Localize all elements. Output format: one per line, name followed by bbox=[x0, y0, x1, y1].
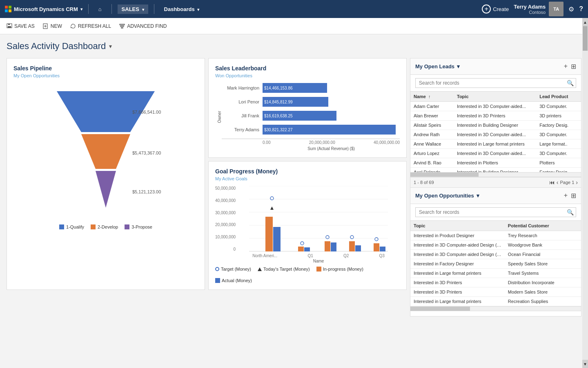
leads-table-head: Name ↑ Topic Lead Product bbox=[410, 92, 581, 102]
leads-col-product[interactable]: Lead Product bbox=[536, 92, 581, 102]
opps-row-1[interactable]: Interested in Product DesignerTrey Resea… bbox=[410, 231, 581, 240]
refresh-all-button[interactable]: REFRESH ALL bbox=[70, 23, 111, 29]
opp-customer-2: Woodgrove Bank bbox=[505, 240, 581, 249]
leads-row-8[interactable]: Axel DelgadoInterested in Building Desig… bbox=[410, 168, 581, 173]
opps-table-head: Topic Potential Customer bbox=[410, 221, 581, 231]
y-30m: 30,000,000 bbox=[215, 211, 236, 215]
leads-panel-header: My Open Leads ▾ + ⊞ bbox=[410, 58, 581, 75]
leads-scroll-bar[interactable] bbox=[410, 172, 581, 177]
bar-value-3: $16,619,638.25 bbox=[263, 114, 293, 118]
bar-fill-3: $16,619,638.25 bbox=[263, 111, 336, 121]
opp-topic-3: Interested in 3D Computer-aided Design (… bbox=[410, 249, 505, 259]
brand[interactable]: Microsoft Dynamics CRM ▾ bbox=[5, 6, 82, 12]
nav-right: + Create Terry Adams Contoso TA ⚙ ? bbox=[482, 2, 583, 16]
opps-row-7[interactable]: Interested in 3D PrintersModern Sales St… bbox=[410, 287, 581, 296]
svg-rect-1 bbox=[8, 26, 11, 28]
leads-add-button[interactable]: + bbox=[564, 63, 568, 70]
page-content: Sales Activity Dashboard ▾ Sales Pipelin… bbox=[0, 34, 588, 316]
leads-prev-page-icon[interactable]: ‹ bbox=[557, 179, 559, 186]
opp-customer-6: Distribution Incorporate bbox=[505, 278, 581, 287]
leads-row-7[interactable]: Arvind B. RaoInterested in PlottersPlott… bbox=[410, 158, 581, 168]
leads-search-wrapper: 🔍 bbox=[415, 78, 576, 88]
lead-topic-3: Interested in Building Designer bbox=[454, 121, 536, 130]
leads-grid-icon[interactable]: ⊞ bbox=[571, 63, 576, 70]
user-text: Terry Adams Contoso bbox=[514, 4, 546, 15]
bar-row-3: Jill Frank $16,619,638.25 bbox=[222, 111, 400, 121]
bar-fill-4: $30,821,322.27 bbox=[263, 125, 396, 135]
center-column: Sales Leaderboard Won Opportunities Owne… bbox=[208, 58, 407, 290]
nav-dashboards[interactable]: Dashboards ▾ bbox=[160, 4, 204, 14]
leads-header-row: Name ↑ Topic Lead Product bbox=[410, 92, 581, 102]
opps-table-body: Interested in Product DesignerTrey Resea… bbox=[410, 231, 581, 306]
svg-marker-24 bbox=[270, 206, 274, 210]
leads-col-name[interactable]: Name ↑ bbox=[410, 92, 454, 102]
opps-search-row: 🔍 bbox=[410, 204, 581, 221]
svg-rect-2 bbox=[8, 24, 10, 25]
opps-scroll-bar[interactable] bbox=[410, 306, 581, 311]
opp-topic-4: Interested in Factory Designer bbox=[410, 259, 505, 268]
sales-pipeline-card: Sales Pipeline My Open Opportunities $7,… bbox=[7, 58, 205, 290]
my-open-leads-panel: My Open Leads ▾ + ⊞ 🔍 bbox=[410, 58, 581, 187]
opps-grid-icon[interactable]: ⊞ bbox=[571, 192, 576, 200]
avatar: TA bbox=[549, 2, 564, 16]
bar-fill-1: $14,466,153.86 bbox=[263, 83, 327, 93]
lead-name-8: Axel Delgado bbox=[410, 168, 454, 173]
leads-col-topic[interactable]: Topic bbox=[454, 92, 536, 102]
advanced-find-button[interactable]: ADVANCED FIND bbox=[119, 23, 167, 29]
advanced-find-label: ADVANCED FIND bbox=[127, 23, 167, 29]
advanced-find-icon bbox=[119, 23, 125, 29]
opps-table-container[interactable]: Topic Potential Customer Interested in P… bbox=[410, 221, 581, 306]
lead-product-1: 3D Computer. bbox=[536, 102, 581, 111]
leads-row-2[interactable]: Alan BrewerInterested in 3D Printers3D p… bbox=[410, 111, 581, 121]
scroll-up-button[interactable]: ▲ bbox=[582, 18, 588, 26]
legend-develop: 2-Develop bbox=[91, 224, 118, 229]
new-button[interactable]: NEW bbox=[43, 23, 62, 29]
leads-row-5[interactable]: Anne WallaceInterested in Large format p… bbox=[410, 139, 581, 149]
svg-rect-8 bbox=[121, 27, 123, 28]
nav-home-icon[interactable]: ⌂ bbox=[94, 4, 106, 14]
opps-search-input[interactable] bbox=[415, 207, 576, 217]
settings-icon[interactable]: ⚙ bbox=[568, 5, 574, 13]
opps-row-6[interactable]: Interested in 3D PrintersDistribution In… bbox=[410, 278, 581, 287]
help-icon[interactable]: ? bbox=[579, 5, 583, 13]
opp-customer-5: Travel Systems bbox=[505, 268, 581, 278]
leads-row-6[interactable]: Arturo LopezInterested in 3D Computer-ai… bbox=[410, 149, 581, 158]
page-title-dropdown-icon[interactable]: ▾ bbox=[109, 43, 112, 49]
bar-fill-2: $14,845,812.99 bbox=[263, 97, 328, 107]
opps-col-customer[interactable]: Potential Customer bbox=[505, 221, 581, 231]
target-icon bbox=[215, 267, 219, 271]
refresh-icon bbox=[70, 23, 76, 29]
lead-product-8: Factory Desig. bbox=[536, 168, 581, 173]
opps-row-5[interactable]: Interested in Large format printersTrave… bbox=[410, 268, 581, 278]
leads-search-input[interactable] bbox=[415, 78, 576, 88]
opps-row-4[interactable]: Interested in Factory DesignerSpeedy Sal… bbox=[410, 259, 581, 268]
opps-col-topic[interactable]: Topic bbox=[410, 221, 505, 231]
leads-dropdown-icon[interactable]: ▾ bbox=[457, 63, 460, 70]
leads-table-container[interactable]: Name ↑ Topic Lead Product Adam CarterInt… bbox=[410, 92, 581, 172]
create-button[interactable]: + Create bbox=[482, 4, 509, 13]
leaderboard-chart: Owner Mark Harrington $14,466,153.86 Lor… bbox=[215, 83, 400, 151]
opps-add-button[interactable]: + bbox=[564, 192, 568, 200]
ms-logo-icon bbox=[5, 6, 11, 12]
save-as-button[interactable]: SAVE AS bbox=[7, 23, 35, 29]
x-tick-1: 20,000,000.00 bbox=[309, 140, 335, 145]
leads-row-3[interactable]: Alistair SpeirsInterested in Building De… bbox=[410, 121, 581, 130]
page-scrollbar: ▲ ▼ bbox=[582, 18, 588, 316]
today-target-icon bbox=[258, 267, 262, 271]
svg-rect-28 bbox=[325, 241, 330, 251]
leads-first-page-icon[interactable]: ⏮ bbox=[549, 179, 555, 186]
leads-row-4[interactable]: Andrew RathInterested in 3D Computer-aid… bbox=[410, 130, 581, 139]
goal-x-labels: North Ameri... Q1 Q2 Q3 bbox=[237, 254, 400, 258]
opps-row-3[interactable]: Interested in 3D Computer-aided Design (… bbox=[410, 249, 581, 259]
lead-product-7: Plotters bbox=[536, 158, 581, 168]
opps-table: Topic Potential Customer Interested in P… bbox=[410, 221, 581, 306]
page-title-row: Sales Activity Dashboard ▾ bbox=[7, 41, 581, 52]
leads-row-1[interactable]: Adam CarterInterested in 3D Computer-aid… bbox=[410, 102, 581, 111]
opps-row-8[interactable]: Interested in Large format printersRecre… bbox=[410, 296, 581, 306]
opps-row-2[interactable]: Interested in 3D Computer-aided Design (… bbox=[410, 240, 581, 249]
opps-dropdown-icon[interactable]: ▾ bbox=[477, 193, 479, 199]
svg-rect-31 bbox=[349, 241, 355, 251]
nav-sales[interactable]: SALES ▾ bbox=[118, 4, 148, 14]
opps-title: My Open Opportunities ▾ bbox=[415, 193, 479, 199]
leads-next-page-icon[interactable]: › bbox=[576, 179, 578, 186]
